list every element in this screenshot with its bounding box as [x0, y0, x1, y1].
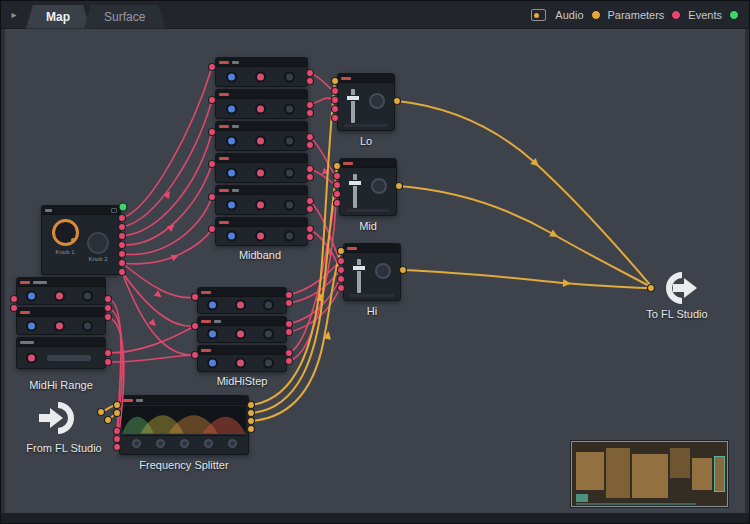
param-knob-dark[interactable] [82, 290, 93, 301]
param-knob-pink[interactable] [255, 231, 266, 242]
module-options-icon[interactable] [111, 208, 117, 213]
frequency-splitter-label: Frequency Splitter [119, 459, 249, 471]
param-knob-pink[interactable] [54, 290, 65, 301]
minimap[interactable] [571, 441, 728, 507]
param-knob-dark[interactable] [284, 71, 295, 82]
param-knob-dark[interactable] [284, 231, 295, 242]
midhistep-label: MidHiStep [187, 375, 297, 387]
header-mark [219, 221, 229, 224]
knob-controller-module[interactable]: Knob 1 Knob 2 [41, 205, 121, 275]
legend-audio-toggle[interactable] [591, 10, 601, 20]
param-knob-blue[interactable] [26, 320, 37, 331]
param-knob-blue[interactable] [226, 199, 237, 210]
legend-parameters-label: Parameters [608, 9, 665, 21]
module-header [198, 346, 286, 355]
splitter-knob[interactable] [180, 439, 189, 448]
midband-strip[interactable] [215, 57, 308, 87]
module-body [216, 131, 307, 150]
splitter-knob[interactable] [228, 439, 237, 448]
midhi-range-label: MidHi Range [6, 379, 116, 391]
knob-2-control[interactable] [87, 232, 109, 254]
param-knob-pink[interactable] [235, 329, 246, 340]
param-knob-pink[interactable] [255, 71, 266, 82]
module-header [198, 317, 286, 326]
param-knob-dark[interactable] [284, 199, 295, 210]
param-knob-dark[interactable] [82, 320, 93, 331]
midband-strip[interactable] [215, 153, 308, 183]
minimap-block [692, 458, 712, 490]
module-body [198, 326, 286, 342]
module-body [216, 227, 307, 245]
splitter-knob-row [120, 436, 248, 451]
midband-strip[interactable] [215, 121, 308, 151]
param-knob-dark[interactable] [263, 358, 274, 369]
header-mark [219, 61, 229, 64]
param-knob-blue[interactable] [226, 135, 237, 146]
param-knob-pink[interactable] [255, 103, 266, 114]
from-fl-studio-node[interactable] [37, 397, 81, 439]
fader-handle[interactable] [348, 180, 362, 186]
param-knob-pink[interactable] [54, 320, 65, 331]
module-header [338, 74, 394, 83]
module-header [216, 218, 307, 227]
module-body [216, 99, 307, 118]
midhistep-strip[interactable] [197, 345, 287, 372]
knob-1-control[interactable] [52, 219, 79, 246]
mini-knob[interactable] [375, 263, 391, 279]
mini-slider[interactable] [47, 355, 91, 361]
splitter-knob[interactable] [204, 439, 213, 448]
param-knob-blue[interactable] [207, 358, 218, 369]
mid-band-module[interactable] [339, 158, 397, 216]
param-knob-blue[interactable] [226, 231, 237, 242]
param-knob-dark[interactable] [263, 329, 274, 340]
param-knob-pink[interactable] [255, 167, 266, 178]
midband-strip[interactable] [215, 185, 308, 215]
midhistep-strip[interactable] [197, 316, 287, 343]
param-knob-pink[interactable] [235, 358, 246, 369]
param-knob-blue[interactable] [207, 329, 218, 340]
midhi-range-strip[interactable] [16, 307, 106, 335]
tab-map[interactable]: Map [26, 5, 90, 29]
param-knob-dark[interactable] [284, 135, 295, 146]
legend-parameters-toggle[interactable] [671, 10, 681, 20]
mini-knob[interactable] [369, 93, 385, 109]
tab-surface[interactable]: Surface [84, 5, 165, 29]
knob-1-label: Knob 1 [44, 249, 86, 255]
midhistep-strip[interactable] [197, 287, 287, 314]
param-knob-dark[interactable] [284, 167, 295, 178]
midband-strip[interactable] [215, 89, 308, 119]
param-knob-pink[interactable] [235, 300, 246, 311]
param-knob-blue[interactable] [226, 103, 237, 114]
hi-band-module[interactable] [343, 243, 401, 301]
param-knob-pink[interactable] [255, 199, 266, 210]
fader-handle[interactable] [352, 265, 366, 271]
header-mark [219, 189, 229, 192]
param-knob-blue[interactable] [226, 71, 237, 82]
module-header [344, 244, 400, 253]
frequency-splitter-module[interactable] [119, 395, 249, 455]
module-body [340, 168, 396, 215]
param-knob-blue[interactable] [26, 290, 37, 301]
param-knob-blue[interactable] [207, 300, 218, 311]
patcher-window: ▸ Map Surface Audio Parameters Events Kn… [0, 0, 750, 524]
param-knob-pink[interactable] [255, 135, 266, 146]
module-body [198, 297, 286, 313]
midhi-range-strip[interactable] [16, 337, 106, 369]
param-knob-pink[interactable] [26, 352, 37, 363]
module-header [216, 90, 307, 99]
fader-handle[interactable] [346, 95, 360, 101]
midhi-range-strip[interactable] [16, 277, 106, 305]
param-knob-dark[interactable] [263, 300, 274, 311]
splitter-knob[interactable] [132, 439, 141, 448]
splitter-knob[interactable] [156, 439, 165, 448]
minimap-block [670, 448, 690, 478]
tab-scroll-arrow-icon[interactable]: ▸ [4, 4, 24, 26]
midband-strip[interactable] [215, 217, 308, 246]
param-knob-blue[interactable] [226, 167, 237, 178]
module-header [216, 122, 307, 131]
mini-knob[interactable] [371, 178, 387, 194]
param-knob-dark[interactable] [284, 103, 295, 114]
to-fl-studio-node[interactable] [655, 267, 699, 309]
legend-events-toggle[interactable] [729, 10, 739, 20]
lo-band-module[interactable] [337, 73, 395, 131]
